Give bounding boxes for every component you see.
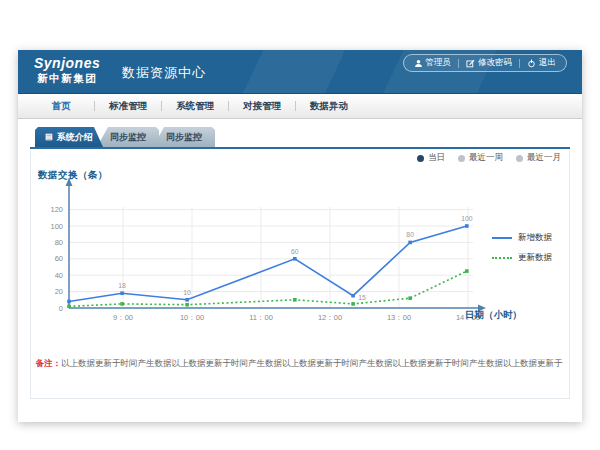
data-point-marker: [185, 303, 189, 307]
y-tick-label: 40: [55, 271, 63, 280]
main-nav: 首页 标准管理 系统管理 对接管理 数据异动: [18, 94, 582, 119]
filter-label: 最近一月: [527, 152, 561, 164]
radio-icon: [458, 155, 465, 162]
logout-label: 退出: [539, 57, 556, 69]
footnote: 备注：以上数据更新于时间产生数据以上数据更新于时间产生数据以上数据更新于时间产生…: [30, 358, 568, 370]
data-point-marker: [465, 269, 469, 273]
x-axis-title: 日期（小时）: [465, 309, 522, 322]
data-point-marker: [293, 257, 297, 261]
radio-selected-icon: [417, 155, 424, 162]
x-tick-label: 9：00: [113, 313, 133, 322]
nav-item-standard-mgmt[interactable]: 标准管理: [95, 100, 161, 113]
user-icon: [414, 59, 423, 68]
logout-button[interactable]: 退出: [520, 57, 563, 69]
data-point-marker: [67, 305, 71, 309]
x-tick-label: 12：00: [318, 313, 342, 322]
data-point-marker: [465, 224, 469, 228]
tab-label: 系统介绍: [57, 131, 93, 144]
data-point-label: 60: [291, 248, 299, 255]
app-window: Synjones 新中新集团 数据资源中心 管理员: [18, 50, 582, 422]
logo-secondary: 新中新集团: [34, 71, 100, 85]
page: Synjones 新中新集团 数据资源中心 管理员: [0, 0, 600, 450]
footnote-text: 以上数据更新于时间产生数据以上数据更新于时间产生数据以上数据更新于时间产生数据以…: [61, 358, 563, 368]
page-title: 数据资源中心: [122, 64, 206, 82]
edit-icon: [466, 59, 475, 68]
y-tick-label: 100: [50, 222, 63, 231]
data-point-marker: [67, 300, 71, 304]
nav-item-data-change[interactable]: 数据异动: [296, 100, 362, 113]
nav-item-system-mgmt[interactable]: 系统管理: [162, 100, 228, 113]
data-point-marker: [120, 291, 124, 295]
x-tick-label: 10：00: [180, 313, 204, 322]
content-area: ▤ 系统介绍 同步监控 同步监控 当日 最近一周: [18, 119, 582, 422]
admin-button[interactable]: 管理员: [407, 57, 459, 69]
data-point-label: 15: [358, 294, 366, 301]
time-filter-group: 当日 最近一周 最近一月: [417, 152, 561, 164]
data-point-marker: [120, 302, 124, 306]
tab-sync-monitor-1[interactable]: 同步监控: [97, 127, 159, 147]
change-password-label: 修改密码: [478, 57, 512, 69]
data-point-label: 100: [461, 215, 473, 222]
filter-last-month[interactable]: 最近一月: [516, 152, 561, 164]
legend-label: 更新数据: [518, 252, 552, 264]
filter-label: 最近一周: [469, 152, 503, 164]
legend-label: 新增数据: [518, 232, 552, 244]
y-tick-label: 80: [55, 238, 63, 247]
legend-item-update-data: 更新数据: [492, 252, 552, 264]
data-point-marker: [351, 302, 355, 306]
y-tick-label: 0: [59, 304, 63, 313]
filter-today[interactable]: 当日: [417, 152, 445, 164]
header: Synjones 新中新集团 数据资源中心 管理员: [18, 50, 582, 94]
dotted-line-swatch: [492, 257, 512, 259]
admin-label: 管理员: [426, 57, 452, 69]
nav-item-home[interactable]: 首页: [28, 100, 94, 113]
tab-label: 同步监控: [110, 131, 146, 144]
series-line: [69, 271, 467, 306]
change-password-button[interactable]: 修改密码: [459, 57, 519, 69]
data-point-label: 80: [406, 231, 414, 238]
line-chart: 0204060801001209：0010：0011：0012：0013：001…: [25, 161, 570, 329]
nav-item-interface-mgmt[interactable]: 对接管理: [229, 100, 295, 113]
tab-bar: ▤ 系统介绍 同步监控 同步监控: [35, 127, 215, 147]
radio-icon: [516, 155, 523, 162]
user-menu: 管理员 修改密码 退出: [403, 54, 568, 72]
data-point-marker: [185, 298, 189, 302]
x-tick-label: 13：00: [387, 313, 411, 322]
filter-label: 当日: [428, 152, 445, 164]
data-point-marker: [351, 294, 355, 298]
data-point-label: 10: [183, 289, 191, 296]
power-icon: [527, 59, 536, 68]
y-axis-title: 数据交换（条）: [38, 169, 108, 182]
logo: Synjones 新中新集团: [34, 55, 100, 85]
y-tick-label: 20: [55, 287, 63, 296]
data-point-label: 18: [118, 282, 126, 289]
data-point-marker: [408, 296, 412, 300]
chart-legend: 新增数据 更新数据: [492, 232, 552, 272]
tab-system-intro[interactable]: ▤ 系统介绍: [35, 127, 103, 147]
tab-sync-monitor-2[interactable]: 同步监控: [153, 127, 215, 147]
x-tick-label: 11：00: [249, 313, 273, 322]
data-point-marker: [293, 298, 297, 302]
data-point-marker: [408, 241, 412, 245]
filter-last-week[interactable]: 最近一周: [458, 152, 503, 164]
y-tick-label: 120: [50, 205, 63, 214]
y-tick-label: 60: [55, 254, 63, 263]
tab-label: 同步监控: [166, 131, 202, 144]
footnote-prefix: 备注：: [36, 358, 62, 368]
legend-item-new-data: 新增数据: [492, 232, 552, 244]
solid-line-swatch: [492, 237, 512, 239]
document-icon: ▤: [45, 133, 53, 141]
logo-primary: Synjones: [34, 55, 100, 71]
